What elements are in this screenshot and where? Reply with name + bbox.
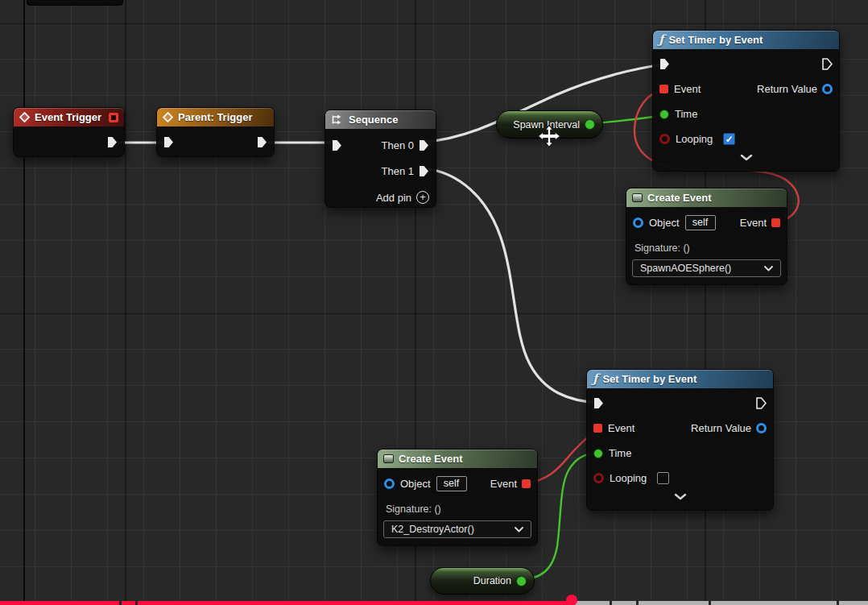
node-title: Create Event [647, 192, 711, 204]
chapter-marker [610, 601, 612, 605]
pin-label-looping: Looping [676, 133, 713, 145]
selected-function: SpawnAOESphere() [640, 263, 731, 274]
pin-label-event: Event [608, 422, 634, 434]
event-out-pin[interactable] [771, 218, 780, 227]
return-value-pin[interactable] [822, 84, 833, 94]
node-set-timer-bottom-header[interactable]: ƒ Set Timer by Event [587, 370, 773, 388]
function-icon: ƒ [593, 373, 597, 385]
exec-out-pin[interactable] [107, 136, 118, 148]
node-title: Sequence [349, 114, 398, 126]
float-out-pin[interactable] [585, 119, 595, 130]
variable-label: Duration [473, 575, 511, 586]
node-parent-trigger-header[interactable]: Parent: Trigger [157, 108, 274, 126]
object-pin[interactable] [384, 479, 395, 489]
video-progress-played [0, 601, 575, 605]
expand-chevron-icon[interactable] [674, 493, 687, 500]
pin-label-event: Event [740, 217, 767, 229]
pin-label-return-value: Return Value [691, 422, 751, 434]
looping-checkbox[interactable] [657, 472, 669, 484]
node-create-event-top-header[interactable]: Create Event [626, 189, 787, 207]
dropdown-chevron-icon [764, 266, 773, 271]
node-set-timer-top-header[interactable]: ƒ Set Timer by Event [653, 31, 839, 49]
looping-pin[interactable] [659, 134, 670, 144]
looping-checkbox[interactable]: ✓ [723, 133, 735, 145]
exec-in-pin[interactable] [332, 139, 342, 151]
exec-out-pin[interactable] [756, 397, 767, 409]
signature-label: Signature: () [626, 238, 787, 259]
pin-label-object: Object [649, 217, 680, 229]
chapter-marker [636, 601, 639, 605]
pin-label-time: Time [675, 108, 697, 120]
time-pin[interactable] [659, 110, 669, 119]
dropdown-chevron-icon [515, 527, 523, 532]
wire-exec-then1-to-settimer-bottom[interactable] [424, 168, 599, 403]
chapter-marker [135, 601, 138, 605]
create-event-icon [632, 193, 643, 202]
event-diamond-icon [163, 112, 173, 122]
node-title: Set Timer by Event [602, 373, 696, 385]
expand-chevron-icon[interactable] [740, 154, 753, 161]
node-create-event-bottom[interactable]: Create Event Object self Event Signature… [377, 449, 538, 546]
chapter-marker [709, 601, 711, 605]
node-title: Create Event [399, 453, 462, 465]
object-value-field[interactable]: self [436, 476, 467, 491]
node-parent-trigger[interactable]: Parent: Trigger [156, 107, 275, 157]
node-set-timer-bottom[interactable]: ƒ Set Timer by Event Event Return Value … [586, 369, 774, 511]
node-create-event-top[interactable]: Create Event Object self Event Signature… [626, 188, 787, 285]
exec-in-pin[interactable] [593, 397, 604, 409]
node-title: Set Timer by Event [668, 34, 763, 46]
add-pin-label: Add pin [376, 192, 411, 204]
chapter-marker [119, 601, 122, 605]
add-pin-plus-icon: + [416, 191, 429, 204]
node-event-trigger-header[interactable]: Event Trigger [14, 108, 124, 126]
event-pin[interactable] [593, 424, 602, 433]
signature-label: Signature: () [378, 499, 537, 520]
event-pin[interactable] [659, 85, 668, 93]
function-select-dropdown[interactable]: SpawnAOESphere() [632, 259, 781, 277]
add-pin-button[interactable]: Add pin + [376, 191, 429, 204]
function-select-dropdown[interactable]: K2_DestroyActor() [383, 520, 531, 538]
node-event-trigger[interactable]: Event Trigger [13, 107, 125, 157]
video-progress-bar[interactable] [0, 601, 868, 605]
return-value-pin[interactable] [756, 423, 767, 433]
node-create-event-bottom-header[interactable]: Create Event [378, 450, 537, 468]
pin-label-looping: Looping [610, 472, 647, 484]
looping-pin[interactable] [593, 473, 604, 483]
sequence-icon [331, 114, 344, 125]
function-icon: ƒ [659, 34, 663, 46]
exec-out-then1-pin[interactable] [419, 165, 429, 177]
selected-function: K2_DestroyActor() [391, 524, 474, 535]
pin-label-event: Event [674, 83, 701, 95]
exec-in-pin[interactable] [659, 58, 670, 70]
exec-out-pin[interactable] [822, 58, 833, 70]
move-cursor-icon [536, 123, 562, 149]
node-set-timer-top[interactable]: ƒ Set Timer by Event Event Return Value … [652, 30, 840, 172]
event-out-pin[interactable] [522, 479, 531, 488]
exec-out-pin[interactable] [257, 136, 267, 148]
pin-label-return-value: Return Value [757, 83, 817, 95]
delegate-pin[interactable] [109, 113, 118, 122]
event-diamond-icon [19, 112, 30, 122]
create-event-icon [383, 454, 394, 463]
pin-label-time: Time [609, 447, 631, 459]
node-title: Parent: Trigger [178, 111, 252, 123]
float-out-pin[interactable] [516, 576, 527, 586]
pin-label-object: Object [400, 478, 431, 490]
object-pin[interactable] [633, 218, 643, 228]
node-sequence[interactable]: Sequence Then 0 Then 1 Add pin + [324, 110, 436, 208]
object-value-field[interactable]: self [685, 215, 716, 230]
pill-duration[interactable]: Duration [430, 567, 535, 595]
pin-label-then0: Then 0 [382, 139, 414, 151]
node-title: Event Trigger [35, 111, 101, 123]
chapter-marker [837, 601, 839, 605]
pin-label-event: Event [490, 478, 517, 490]
node-sequence-header[interactable]: Sequence [325, 110, 436, 129]
time-pin[interactable] [593, 449, 603, 458]
pin-label-then1: Then 1 [382, 165, 414, 177]
exec-in-pin[interactable] [163, 136, 174, 148]
exec-out-then0-pin[interactable] [419, 139, 429, 151]
video-playhead[interactable] [566, 595, 577, 605]
blueprint-canvas[interactable]: Event Trigger Parent: Trigger Sequence [0, 0, 868, 605]
